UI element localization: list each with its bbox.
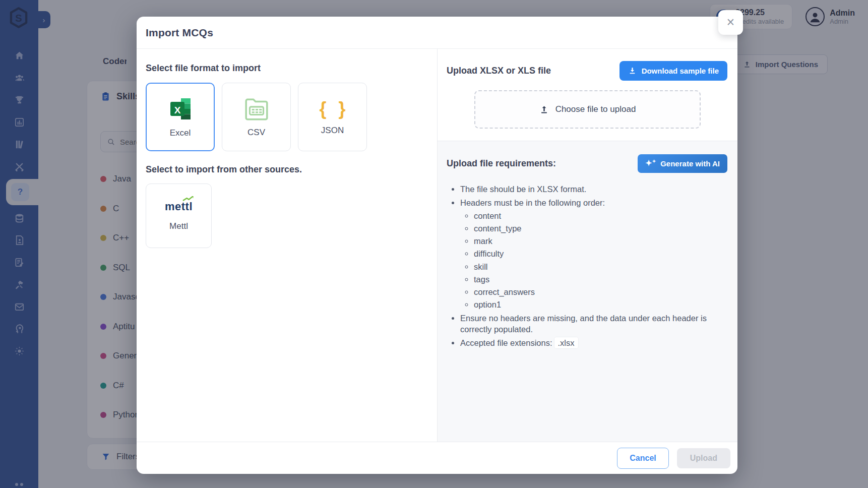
generate-with-ai-button[interactable]: ✦✦ Generate with AI [638, 154, 727, 173]
header-item: mark [474, 236, 727, 247]
format-card-excel[interactable]: X Excel [146, 83, 215, 151]
header-item: correct_answers [474, 287, 727, 298]
choose-file-dropzone[interactable]: Choose file to upload [474, 90, 701, 129]
format-heading: Select file format to import [146, 63, 428, 74]
upload-file-icon [539, 105, 549, 114]
csv-folder-icon [242, 96, 271, 121]
format-label: CSV [247, 128, 265, 138]
header-item: skill [474, 262, 727, 273]
headers-order-list: content content_type mark difficulty ski… [474, 211, 727, 311]
mettl-arrow-icon [182, 196, 194, 201]
modal-footer: Cancel Upload [137, 442, 737, 474]
format-card-json[interactable]: { } JSON [298, 83, 367, 151]
header-item: content [474, 211, 727, 222]
sparkles-icon: ✦✦ [645, 159, 656, 167]
requirement-item: Accepted file extensions:.xlsx [460, 338, 727, 349]
excel-icon: X [167, 96, 194, 122]
upload-button[interactable]: Upload [677, 448, 730, 468]
header-item: option1 [474, 299, 727, 311]
requirement-item: The file should be in XLSX format. [460, 184, 727, 195]
cancel-button[interactable]: Cancel [617, 448, 668, 469]
close-icon[interactable]: × [718, 10, 743, 35]
other-sources-heading: Select to import from other sources. [146, 164, 428, 175]
header-item: difficulty [474, 249, 727, 260]
header-item: content_type [474, 223, 727, 234]
modal-title: Import MCQs [146, 27, 213, 39]
requirements-heading: Upload file requirements: [447, 158, 556, 169]
svg-text:X: X [174, 105, 180, 115]
modal-header: Import MCQs [137, 17, 737, 49]
upload-heading: Upload XLSX or XLS file [447, 66, 551, 76]
format-pane: Select file format to import X Excel [137, 49, 438, 442]
source-card-mettl[interactable]: mettl Mettl [146, 184, 212, 248]
format-card-csv[interactable]: CSV [222, 83, 291, 151]
upload-pane: Upload XLSX or XLS file Download sample … [438, 49, 737, 442]
format-label: Excel [170, 128, 191, 138]
requirements-section: Upload file requirements: ✦✦ Generate wi… [438, 141, 737, 442]
import-mcqs-modal: × Import MCQs Select file format to impo… [137, 17, 737, 474]
source-label: Mettl [169, 221, 188, 231]
requirement-item: Ensure no headers are missing, and the d… [460, 313, 727, 335]
header-item: tags [474, 274, 727, 285]
json-braces-icon: { } [316, 98, 349, 119]
download-sample-button[interactable]: Download sample file [619, 61, 727, 81]
download-icon [628, 67, 637, 75]
mettl-logo: mettl [165, 200, 193, 213]
requirement-item: Headers must be in the following order: … [460, 198, 727, 311]
requirements-list: The file should be in XLSX format. Heade… [460, 184, 727, 348]
extension-chip: .xlsx [554, 337, 578, 348]
format-label: JSON [321, 126, 344, 136]
